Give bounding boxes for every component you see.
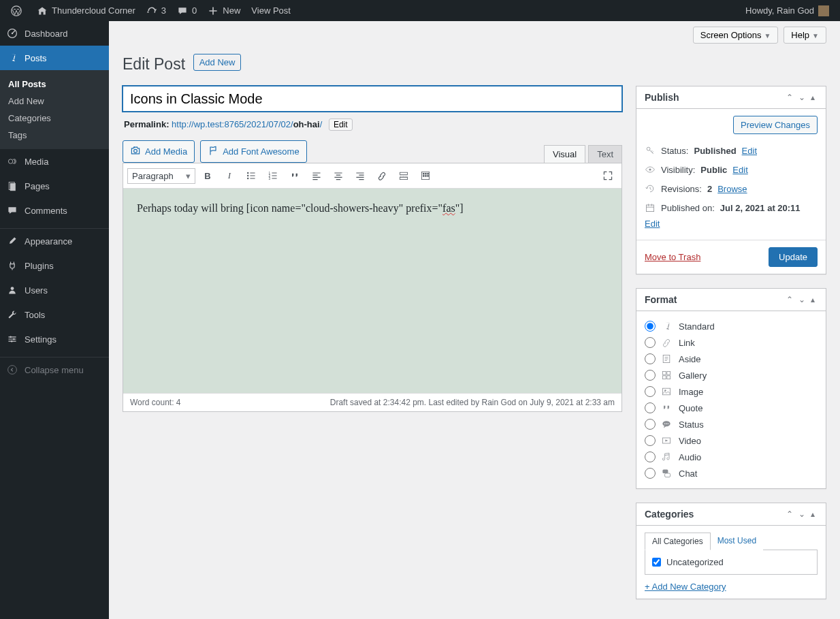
sidebar-item-pages[interactable]: Pages (0, 174, 109, 198)
editor-textarea[interactable]: Perhaps today will bring [icon name="clo… (123, 189, 621, 393)
category-checkbox-uncategorized[interactable] (652, 558, 661, 567)
toolbar-toggle-button[interactable] (416, 166, 435, 185)
bullet-list-button[interactable] (242, 166, 261, 185)
updates-link[interactable]: 3 (141, 0, 172, 21)
format-radio-quote[interactable] (645, 402, 656, 413)
most-used-tab[interactable]: Most Used (711, 533, 763, 550)
format-radio-status[interactable] (645, 419, 656, 430)
sidebar-item-dashboard[interactable]: Dashboard (0, 21, 109, 46)
move-up-icon[interactable]: ⌃ (784, 93, 796, 102)
key-icon (645, 145, 656, 156)
submenu-tags[interactable]: Tags (0, 127, 109, 144)
sidebar-item-plugins[interactable]: Plugins (0, 253, 109, 278)
fullscreen-button[interactable] (598, 166, 617, 185)
submenu-add-new[interactable]: Add New (0, 93, 109, 110)
revisions-count: 2 (707, 184, 712, 194)
audio-icon (661, 451, 673, 462)
add-new-category-link[interactable]: + Add New Category (645, 582, 818, 592)
sidebar-item-media[interactable]: Media (0, 149, 109, 174)
svg-rect-33 (662, 376, 666, 379)
format-radio-audio[interactable] (645, 451, 656, 462)
svg-point-3 (8, 159, 12, 163)
align-right-button[interactable] (351, 166, 370, 185)
format-title: Format (645, 294, 784, 305)
help-button[interactable]: Help▼ (784, 27, 826, 44)
toggle-icon[interactable]: ▴ (808, 295, 818, 304)
flag-icon (208, 145, 219, 158)
sidebar-item-posts[interactable]: Posts (0, 46, 109, 70)
visibility-row: Visibility: Public Edit (645, 160, 818, 179)
blockquote-button[interactable] (285, 166, 304, 185)
add-media-button[interactable]: Add Media (123, 140, 195, 163)
add-font-awesome-button[interactable]: Add Font Awesome (200, 140, 307, 163)
edit-status-link[interactable]: Edit (742, 146, 757, 156)
sidebar-label: Dashboard (25, 29, 68, 39)
format-radio-standard[interactable] (645, 321, 656, 332)
submenu-categories[interactable]: Categories (0, 110, 109, 127)
move-down-icon[interactable]: ⌄ (796, 509, 808, 519)
edit-permalink-button[interactable]: Edit (329, 118, 353, 131)
format-select[interactable]: Paragraph (127, 168, 195, 184)
italic-button[interactable]: I (220, 166, 239, 185)
site-name-link[interactable]: Thundercloud Corner (31, 0, 141, 21)
screen-options-button[interactable]: Screen Options▼ (693, 27, 779, 44)
text-tab[interactable]: Text (588, 145, 622, 163)
toggle-icon[interactable]: ▴ (808, 509, 818, 519)
sidebar-collapse[interactable]: Collapse menu (0, 358, 109, 382)
format-box: Format ⌃ ⌄ ▴ Standard Link Aside Gallery… (636, 288, 826, 489)
link-button[interactable] (372, 166, 391, 185)
editor-content-suffix: "] (455, 202, 464, 214)
browse-revisions-link[interactable]: Browse (717, 184, 747, 194)
account-link[interactable]: Howdy, Rain God (740, 0, 835, 21)
move-down-icon[interactable]: ⌄ (796, 295, 808, 304)
bold-button[interactable]: B (198, 166, 217, 185)
sidebar-item-settings[interactable]: Settings (0, 327, 109, 351)
sidebar-item-appearance[interactable]: Appearance (0, 229, 109, 253)
publish-box: Publish ⌃ ⌄ ▴ Preview Changes Status: Pu… (636, 86, 826, 274)
submenu-all-posts[interactable]: All Posts (0, 76, 109, 93)
post-title-input[interactable] (123, 86, 622, 112)
sidebar-item-comments[interactable]: Comments (0, 198, 109, 223)
visual-tab[interactable]: Visual (544, 145, 585, 163)
sidebar-label: Media (25, 157, 48, 167)
gallery-icon (661, 370, 673, 381)
permalink-link[interactable]: http://wp.test:8765/2021/07/02/oh-hai/ (172, 119, 322, 129)
svg-point-9 (11, 340, 12, 342)
new-content-link[interactable]: New (202, 0, 246, 21)
svg-rect-18 (400, 172, 407, 174)
move-up-icon[interactable]: ⌃ (784, 295, 796, 304)
preview-changes-button[interactable]: Preview Changes (733, 116, 818, 134)
format-radio-aside[interactable] (645, 353, 656, 364)
svg-rect-21 (423, 173, 424, 174)
edit-date-link[interactable]: Edit (645, 219, 660, 229)
add-new-button[interactable]: Add New (193, 54, 242, 71)
move-to-trash-link[interactable]: Move to Trash (645, 252, 700, 262)
align-center-button[interactable] (329, 166, 348, 185)
format-label: Status (679, 419, 704, 430)
svg-rect-42 (662, 469, 668, 473)
comments-link[interactable]: 0 (172, 0, 202, 21)
view-post-link[interactable]: View Post (246, 0, 296, 21)
sidebar-item-users[interactable]: Users (0, 278, 109, 302)
format-radio-gallery[interactable] (645, 370, 656, 381)
edit-visibility-link[interactable]: Edit (732, 165, 747, 175)
read-more-button[interactable] (394, 166, 413, 185)
format-radio-link[interactable] (645, 337, 656, 348)
svg-rect-22 (425, 173, 426, 174)
format-label: Audio (679, 452, 701, 462)
sidebar-item-tools[interactable]: Tools (0, 302, 109, 327)
align-left-button[interactable] (307, 166, 326, 185)
toggle-icon[interactable]: ▴ (808, 93, 818, 102)
plug-icon (5, 259, 19, 272)
move-down-icon[interactable]: ⌄ (796, 93, 808, 102)
all-categories-tab[interactable]: All Categories (645, 533, 711, 550)
format-radio-video[interactable] (645, 435, 656, 446)
format-radio-chat[interactable] (645, 468, 656, 479)
numbered-list-button[interactable]: 123 (263, 166, 282, 185)
add-media-label: Add Media (145, 146, 187, 157)
draft-status: Draft saved at 2:34:42 pm. Last edited b… (330, 398, 615, 407)
move-up-icon[interactable]: ⌃ (784, 509, 796, 519)
wp-logo[interactable] (5, 0, 31, 21)
update-button[interactable]: Update (769, 247, 818, 267)
format-radio-image[interactable] (645, 386, 656, 397)
